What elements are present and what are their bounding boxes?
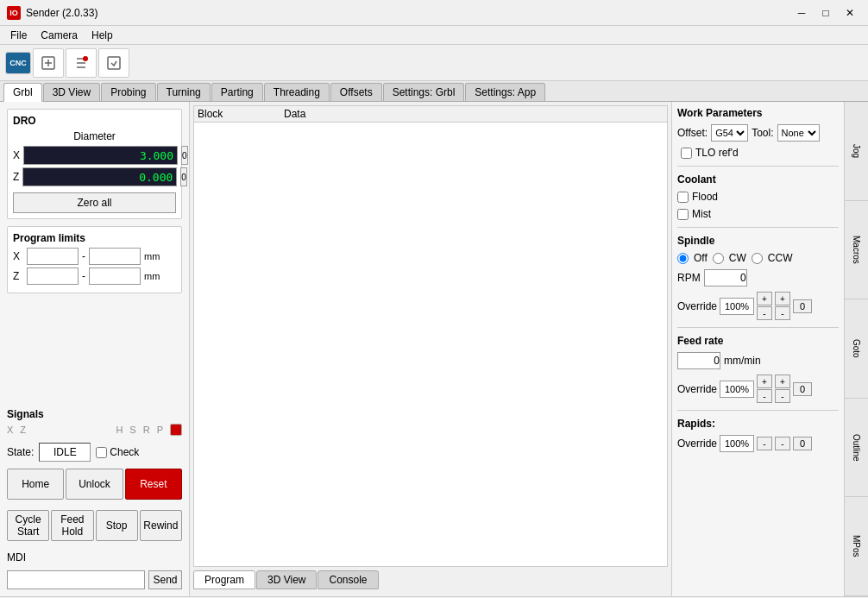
toolbar-btn-3[interactable] [98, 48, 129, 78]
spindle-plus2-btn[interactable]: + [775, 292, 790, 305]
dro-z-input[interactable] [22, 167, 177, 186]
tab-probing[interactable]: Probing [101, 83, 155, 101]
dro-z-zero-button[interactable]: 0 [180, 167, 187, 186]
separator-4 [677, 410, 839, 411]
signal-x-label: X [7, 425, 13, 435]
offset-select[interactable]: G54 [711, 124, 748, 142]
side-btn-outline[interactable]: Outline [845, 399, 868, 498]
menu-file[interactable]: File [3, 28, 34, 43]
bottom-tab-program[interactable]: Program [193, 570, 255, 589]
check-label[interactable]: Check [96, 446, 139, 458]
flood-label: Flood [692, 191, 718, 203]
stop-button[interactable]: Stop [96, 510, 138, 541]
bottom-tab-console[interactable]: Console [318, 570, 378, 589]
feed-hold-button[interactable]: Feed Hold [51, 510, 93, 541]
close-button[interactable]: ✕ [839, 4, 861, 22]
svg-rect-2 [108, 57, 120, 69]
dro-x-input[interactable] [23, 146, 178, 165]
spindle-ccw-radio[interactable] [752, 253, 763, 264]
mdi-input[interactable] [7, 570, 145, 589]
tab-settings-app[interactable]: Settings: App [465, 83, 545, 101]
spindle-ccw-label: CCW [768, 252, 793, 264]
spindle-override-input[interactable] [720, 298, 754, 315]
center-panel: Block Data Program 3D View Console [190, 102, 671, 596]
tab-threading[interactable]: Threading [264, 83, 330, 101]
reset-button[interactable]: Reset [125, 469, 182, 500]
tlo-checkbox[interactable] [681, 148, 692, 159]
toolbar: CNC [0, 45, 868, 81]
limits-x-max[interactable] [89, 248, 141, 265]
limits-z-max[interactable] [89, 268, 141, 285]
cycle-start-button[interactable]: Cycle Start [7, 510, 49, 541]
work-params-title: Work Parameters [677, 107, 839, 119]
limits-x-dash: - [80, 250, 87, 262]
feed-minus-btn[interactable]: - [757, 389, 772, 403]
main-tab-bar: Grbl 3D View Probing Turning Parting Thr… [0, 81, 868, 102]
spindle-zero-btn[interactable]: 0 [793, 299, 812, 313]
cnc-icon[interactable]: CNC [5, 52, 31, 74]
spindle-cw-radio[interactable] [713, 253, 724, 264]
signal-p-indicator [170, 424, 182, 436]
dro-z-label: Z [13, 171, 19, 183]
coolant-title: Coolant [677, 173, 839, 186]
tab-grbl[interactable]: Grbl [3, 83, 42, 102]
side-btn-mpos[interactable]: MPos [845, 497, 868, 596]
limits-z-dash: - [80, 270, 87, 282]
feed-override-input[interactable] [720, 381, 754, 398]
send-button[interactable]: Send [148, 570, 182, 589]
spindle-minus2-btn[interactable]: - [775, 306, 790, 320]
tab-parting[interactable]: Parting [211, 83, 263, 101]
dro-z-row: Z 0 [13, 167, 176, 186]
flood-checkbox[interactable] [677, 192, 689, 203]
tab-offsets[interactable]: Offsets [330, 83, 382, 101]
spindle-off-radio[interactable] [677, 253, 689, 264]
offset-row: Offset: G54 Tool: None [677, 124, 839, 142]
app-icon: IO [7, 6, 21, 20]
side-btn-goto[interactable]: Goto [845, 299, 868, 399]
feed-override-btns2: + - [775, 375, 790, 403]
check-checkbox[interactable] [96, 447, 107, 458]
tab-settings-grbl[interactable]: Settings: Grbl [383, 83, 465, 101]
window-title: Sender (2.0.33) [26, 7, 790, 19]
side-btn-jog[interactable]: Jog [845, 102, 868, 201]
state-display: IDLE [39, 443, 91, 462]
feed-zero-btn[interactable]: 0 [793, 382, 812, 396]
mist-checkbox[interactable] [677, 209, 689, 220]
feed-plus-btn[interactable]: + [757, 375, 772, 388]
rapids-override-input[interactable] [720, 435, 754, 452]
side-btn-macros[interactable]: Macros [845, 201, 868, 300]
tlo-label: TLO ref'd [695, 147, 739, 159]
zero-all-button[interactable]: Zero all [13, 192, 176, 213]
bottom-tab-3dview[interactable]: 3D View [256, 570, 317, 589]
rapids-zero-btn[interactable]: 0 [793, 437, 812, 450]
limits-z-min[interactable] [27, 268, 79, 285]
menu-camera[interactable]: Camera [34, 28, 85, 43]
dro-x-zero-button[interactable]: 0 [181, 146, 188, 165]
feed-plus2-btn[interactable]: + [775, 375, 790, 388]
unlock-button[interactable]: Unlock [66, 469, 123, 500]
minimize-button[interactable]: ─ [790, 4, 813, 22]
rewind-button[interactable]: Rewind [140, 510, 182, 541]
spindle-plus-btn[interactable]: + [757, 292, 772, 305]
left-panel: DRO Diameter X 0 Z 0 Zero all Program li… [0, 102, 190, 596]
feed-minus2-btn[interactable]: - [775, 389, 790, 403]
tab-turning[interactable]: Turning [157, 83, 211, 101]
rpm-input[interactable] [704, 269, 747, 286]
tool-select[interactable]: None [777, 124, 820, 142]
menu-help[interactable]: Help [85, 28, 120, 43]
state-label: State: [7, 446, 34, 458]
rapids-override-row: Override - - 0 [677, 435, 839, 452]
signal-s-label: S [129, 425, 135, 435]
maximize-button[interactable]: □ [815, 4, 837, 22]
toolbar-btn-1[interactable] [33, 48, 64, 78]
signal-h-label: H [116, 425, 123, 435]
spindle-minus-btn[interactable]: - [757, 306, 772, 320]
toolbar-btn-2[interactable] [66, 48, 97, 78]
side-buttons: Jog Macros Goto Outline MPos [844, 102, 868, 596]
rapids-minus1-btn[interactable]: - [757, 437, 772, 450]
home-button[interactable]: Home [7, 469, 64, 500]
tab-3dview[interactable]: 3D View [43, 83, 100, 101]
feed-rate-input[interactable] [677, 352, 720, 369]
rapids-minus2-btn[interactable]: - [775, 437, 790, 450]
limits-x-min[interactable] [27, 248, 79, 265]
